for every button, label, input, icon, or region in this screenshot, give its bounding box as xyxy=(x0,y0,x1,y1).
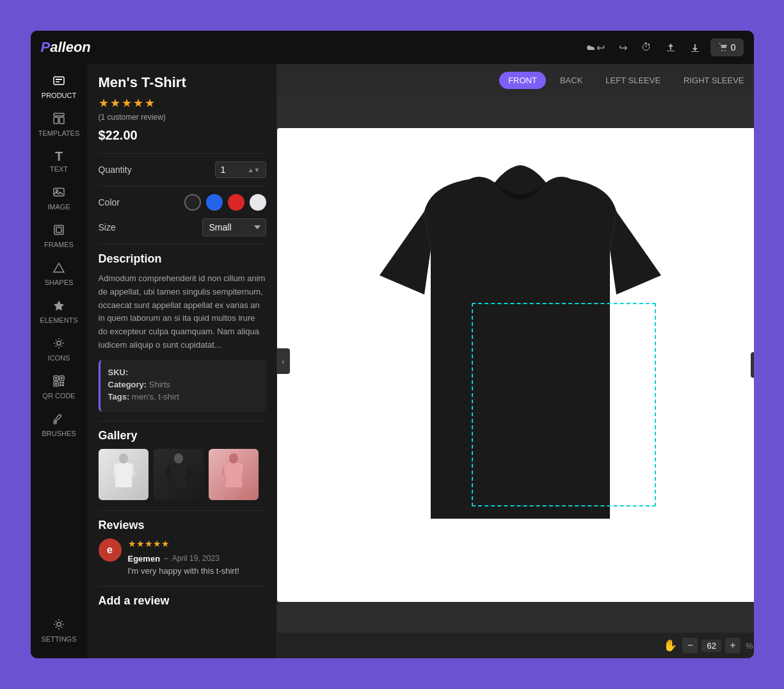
canvas-area: ‹ FRONT BACK LEFT SLEEVE RIGHT SLEEVE xyxy=(277,64,754,658)
category-value: Shirts xyxy=(149,380,170,389)
sidebar-shapes-label: SHAPES xyxy=(45,279,74,286)
description-text: Admodum comprehenderit id non cillum ani… xyxy=(99,272,266,352)
zoom-in-button[interactable]: + xyxy=(725,638,740,653)
sidebar-item-qrcode[interactable]: QR CODE xyxy=(34,369,84,405)
tshirt-wrapper xyxy=(277,128,754,602)
frames-icon xyxy=(52,223,65,238)
sidebar-templates-label: TEMPLATES xyxy=(38,129,80,137)
gallery-thumb-1[interactable] xyxy=(99,449,148,500)
sidebar-item-templates[interactable]: TEMPLATES xyxy=(34,107,84,142)
svg-rect-5 xyxy=(54,113,64,116)
sidebar-qrcode-label: QR CODE xyxy=(42,392,75,400)
cart-button[interactable]: 0 xyxy=(710,38,744,56)
zoom-value: 62 xyxy=(701,640,721,652)
svg-rect-19 xyxy=(61,377,63,379)
sidebar-product-label: PRODUCT xyxy=(42,92,76,99)
image-icon xyxy=(52,186,65,200)
sku-label: SKU: xyxy=(108,368,129,377)
divider-2 xyxy=(99,186,266,186)
quantity-row: Quantity 1 ▲▼ xyxy=(99,161,266,178)
gallery-thumb-2[interactable] xyxy=(154,449,204,500)
sidebar-item-text[interactable]: T TEXT xyxy=(34,145,84,178)
sidebar-image-label: IMAGE xyxy=(47,203,70,211)
color-row: Color xyxy=(99,194,266,211)
tab-left-sleeve[interactable]: LEFT SLEEVE xyxy=(596,72,669,89)
tab-back[interactable]: BACK xyxy=(551,72,591,89)
product-meta-box: SKU: Category: Shirts Tags: men's, t-shi… xyxy=(99,360,266,412)
review-count: (1 customer review) xyxy=(99,113,266,122)
gallery-grid xyxy=(99,449,266,500)
collapse-panel-button[interactable]: ‹ xyxy=(277,348,290,374)
product-price: $22.00 xyxy=(99,128,266,143)
reviewer-avatar: e xyxy=(99,539,122,562)
quantity-value: 1 xyxy=(221,165,226,175)
reviewer-name: Egemen xyxy=(128,554,161,563)
product-panel: Men's T-Shirt ★★★★★ (1 customer review) … xyxy=(88,64,277,658)
gallery-thumb-3[interactable] xyxy=(209,449,259,500)
size-label: Size xyxy=(99,222,116,232)
color-swatch-blue[interactable] xyxy=(206,194,223,211)
sidebar-item-brushes[interactable]: BRUSHES xyxy=(34,407,84,442)
shapes-icon xyxy=(52,261,65,276)
svg-rect-6 xyxy=(54,117,58,124)
undo-button[interactable]: ↩ xyxy=(582,38,609,58)
redo-button[interactable]: ↪ xyxy=(615,38,631,58)
divider-4 xyxy=(99,421,266,421)
reviews-section: Reviews e ★★★★★ Egemen – April 19, 2023 … xyxy=(99,519,266,576)
sidebar-item-elements[interactable]: ELEMENTS xyxy=(34,294,84,329)
zoom-out-button[interactable]: − xyxy=(682,638,698,653)
upload-button[interactable] xyxy=(662,38,680,56)
reviewer-info: ★★★★★ xyxy=(128,539,266,551)
color-label: Color xyxy=(99,197,120,207)
settings-icon xyxy=(52,618,65,633)
svg-marker-13 xyxy=(54,300,64,311)
category-label: Category: xyxy=(108,380,147,389)
tab-front[interactable]: FRONT xyxy=(499,72,546,89)
history-button[interactable]: ⏱ xyxy=(637,38,655,57)
svg-point-26 xyxy=(57,622,61,626)
sidebar-item-frames[interactable]: FRAMES xyxy=(34,218,84,254)
sidebar-frames-label: FRAMES xyxy=(44,241,74,248)
sidebar: PRODUCT TEMPLATES T TEXT IMAGE xyxy=(31,64,88,658)
color-swatch-red[interactable] xyxy=(228,194,244,211)
svg-point-27 xyxy=(119,453,128,464)
svg-rect-22 xyxy=(62,384,64,386)
divider-6 xyxy=(99,586,266,587)
canvas-footer: ✋ − 62 + % xyxy=(277,633,754,658)
svg-rect-7 xyxy=(60,117,64,124)
download-button[interactable] xyxy=(686,38,704,56)
svg-point-1 xyxy=(724,50,726,51)
product-icon xyxy=(52,74,65,89)
svg-rect-10 xyxy=(54,225,63,234)
quantity-arrows: ▲▼ xyxy=(248,166,260,174)
add-review-title: Add a review xyxy=(99,594,266,608)
tab-right-sleeve[interactable]: RIGHT SLEEVE xyxy=(675,72,753,89)
hand-tool-icon[interactable]: ✋ xyxy=(663,638,677,653)
color-swatch-black[interactable] xyxy=(184,194,201,211)
quantity-label: Quantity xyxy=(99,165,132,175)
svg-marker-12 xyxy=(54,263,64,272)
sidebar-elements-label: ELEMENTS xyxy=(40,316,77,324)
sidebar-item-shapes[interactable]: SHAPES xyxy=(34,256,84,291)
review-content: ★★★★★ Egemen – April 19, 2023 I'm very h… xyxy=(128,539,266,576)
expand-right-button[interactable]: › xyxy=(751,352,754,378)
gallery-section: Gallery xyxy=(99,429,266,500)
sidebar-item-image[interactable]: IMAGE xyxy=(34,181,84,216)
review-stars: ★★★★★ xyxy=(128,539,170,549)
color-swatch-white[interactable] xyxy=(250,194,266,211)
sidebar-settings-label: SETTINGS xyxy=(41,635,76,643)
svg-point-0 xyxy=(721,50,723,51)
tags-value: men's, t-shirt xyxy=(132,392,179,401)
text-icon: T xyxy=(55,150,63,163)
size-row: Size Small Medium Large XL XXL xyxy=(99,218,266,236)
sidebar-icons-label: ICONS xyxy=(48,354,70,362)
zoom-controls: − 62 + xyxy=(682,638,740,653)
divider-5 xyxy=(99,510,266,511)
sidebar-item-settings[interactable]: SETTINGS xyxy=(34,613,84,648)
quantity-input[interactable]: 1 ▲▼ xyxy=(215,161,266,178)
review-text: I'm very happy with this t-shirt! xyxy=(128,566,266,576)
sidebar-item-icons[interactable]: ICONS xyxy=(34,332,84,367)
header-actions: ↩ ↪ ⏱ 0 xyxy=(582,38,744,58)
sidebar-item-product[interactable]: PRODUCT xyxy=(34,69,84,104)
size-select[interactable]: Small Medium Large XL XXL xyxy=(202,218,266,236)
